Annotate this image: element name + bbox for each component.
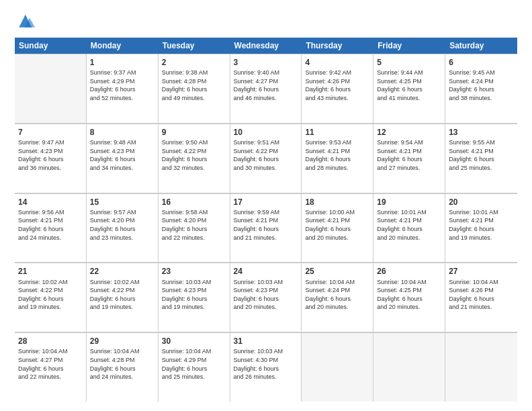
- calendar-cell: 13Sunrise: 9:55 AMSunset: 4:21 PMDayligh…: [445, 124, 517, 193]
- day-header-tuesday: Tuesday: [159, 38, 230, 54]
- day-info: Sunrise: 10:04 AMSunset: 4:28 PMDaylight…: [90, 347, 154, 381]
- calendar-week-5: 28Sunrise: 10:04 AMSunset: 4:27 PMDaylig…: [15, 332, 517, 402]
- day-info: Sunrise: 9:58 AMSunset: 4:20 PMDaylight:…: [162, 208, 226, 242]
- day-info: Sunrise: 9:55 AMSunset: 4:21 PMDaylight:…: [449, 138, 514, 172]
- day-info: Sunrise: 9:48 AMSunset: 4:23 PMDaylight:…: [90, 138, 154, 172]
- day-number: 1: [90, 57, 154, 68]
- day-info: Sunrise: 10:04 AMSunset: 4:26 PMDaylight…: [449, 278, 514, 312]
- calendar-cell: 18Sunrise: 10:00 AMSunset: 4:21 PMDaylig…: [302, 193, 373, 263]
- calendar-cell: 16Sunrise: 9:58 AMSunset: 4:20 PMDayligh…: [159, 193, 230, 263]
- day-number: 24: [234, 266, 298, 277]
- day-header-thursday: Thursday: [302, 38, 373, 54]
- calendar-cell: 21Sunrise: 10:02 AMSunset: 4:22 PMDaylig…: [15, 263, 87, 332]
- day-info: Sunrise: 10:03 AMSunset: 4:30 PMDaylight…: [234, 347, 298, 381]
- day-number: 7: [18, 127, 83, 138]
- day-number: 22: [90, 266, 154, 277]
- day-number: 9: [162, 127, 226, 138]
- day-info: Sunrise: 10:04 AMSunset: 4:25 PMDaylight…: [377, 278, 441, 312]
- day-number: 18: [305, 197, 369, 208]
- calendar-cell: 20Sunrise: 10:01 AMSunset: 4:21 PMDaylig…: [445, 193, 517, 263]
- day-number: 6: [449, 57, 514, 68]
- calendar-cell: 9Sunrise: 9:50 AMSunset: 4:22 PMDaylight…: [159, 124, 230, 193]
- day-number: 30: [162, 336, 226, 347]
- day-info: Sunrise: 9:57 AMSunset: 4:20 PMDaylight:…: [90, 208, 154, 242]
- day-number: 29: [90, 336, 154, 347]
- day-number: 16: [162, 197, 226, 208]
- day-header-wednesday: Wednesday: [230, 38, 302, 54]
- day-number: 25: [305, 266, 369, 277]
- day-number: 19: [377, 197, 441, 208]
- day-info: Sunrise: 10:03 AMSunset: 4:23 PMDaylight…: [234, 278, 298, 312]
- calendar-cell: 8Sunrise: 9:48 AMSunset: 4:23 PMDaylight…: [87, 124, 159, 193]
- calendar-cell: 24Sunrise: 10:03 AMSunset: 4:23 PMDaylig…: [230, 263, 302, 332]
- day-info: Sunrise: 10:02 AMSunset: 4:22 PMDaylight…: [90, 278, 154, 312]
- calendar-cell: 14Sunrise: 9:56 AMSunset: 4:21 PMDayligh…: [15, 193, 87, 263]
- day-info: Sunrise: 10:01 AMSunset: 4:21 PMDaylight…: [449, 208, 514, 242]
- logo-icon: [15, 12, 35, 31]
- calendar-cell: 22Sunrise: 10:02 AMSunset: 4:22 PMDaylig…: [87, 263, 159, 332]
- day-info: Sunrise: 9:51 AMSunset: 4:22 PMDaylight:…: [234, 138, 298, 172]
- day-number: 15: [90, 197, 154, 208]
- day-info: Sunrise: 9:59 AMSunset: 4:21 PMDaylight:…: [234, 208, 298, 242]
- day-header-sunday: Sunday: [15, 38, 87, 54]
- day-number: 26: [377, 266, 441, 277]
- calendar-cell: 11Sunrise: 9:53 AMSunset: 4:21 PMDayligh…: [302, 124, 373, 193]
- day-info: Sunrise: 10:04 AMSunset: 4:27 PMDaylight…: [18, 347, 83, 381]
- day-info: Sunrise: 9:40 AMSunset: 4:27 PMDaylight:…: [234, 68, 298, 102]
- calendar-cell: 3Sunrise: 9:40 AMSunset: 4:27 PMDaylight…: [230, 54, 302, 123]
- logo: [15, 12, 38, 31]
- day-number: 31: [234, 336, 298, 347]
- calendar-cell: 30Sunrise: 10:04 AMSunset: 4:29 PMDaylig…: [159, 332, 230, 402]
- day-number: 2: [162, 57, 226, 68]
- day-info: Sunrise: 9:37 AMSunset: 4:29 PMDaylight:…: [90, 68, 154, 102]
- day-number: 8: [90, 127, 154, 138]
- day-header-saturday: Saturday: [445, 38, 517, 54]
- day-info: Sunrise: 9:53 AMSunset: 4:21 PMDaylight:…: [305, 138, 369, 172]
- calendar-header: SundayMondayTuesdayWednesdayThursdayFrid…: [15, 38, 517, 54]
- day-info: Sunrise: 9:44 AMSunset: 4:25 PMDaylight:…: [377, 68, 441, 102]
- day-number: 3: [234, 57, 298, 68]
- calendar-cell: 1Sunrise: 9:37 AMSunset: 4:29 PMDaylight…: [87, 54, 159, 123]
- calendar: SundayMondayTuesdayWednesdayThursdayFrid…: [15, 38, 517, 402]
- calendar-cell: 12Sunrise: 9:54 AMSunset: 4:21 PMDayligh…: [373, 124, 445, 193]
- day-info: Sunrise: 9:47 AMSunset: 4:23 PMDaylight:…: [18, 138, 83, 172]
- day-number: 4: [305, 57, 369, 68]
- day-info: Sunrise: 10:04 AMSunset: 4:29 PMDaylight…: [162, 347, 226, 381]
- day-header-monday: Monday: [87, 38, 159, 54]
- calendar-cell: 2Sunrise: 9:38 AMSunset: 4:28 PMDaylight…: [159, 54, 230, 123]
- day-number: 28: [18, 336, 83, 347]
- calendar-cell: 5Sunrise: 9:44 AMSunset: 4:25 PMDaylight…: [373, 54, 445, 123]
- calendar-cell: 19Sunrise: 10:01 AMSunset: 4:21 PMDaylig…: [373, 193, 445, 263]
- calendar-week-4: 21Sunrise: 10:02 AMSunset: 4:22 PMDaylig…: [15, 263, 517, 332]
- calendar-cell: 26Sunrise: 10:04 AMSunset: 4:25 PMDaylig…: [373, 263, 445, 332]
- calendar-cell: 28Sunrise: 10:04 AMSunset: 4:27 PMDaylig…: [15, 332, 87, 402]
- calendar-cell: 23Sunrise: 10:03 AMSunset: 4:23 PMDaylig…: [159, 263, 230, 332]
- calendar-week-3: 14Sunrise: 9:56 AMSunset: 4:21 PMDayligh…: [15, 193, 517, 263]
- calendar-cell: 25Sunrise: 10:04 AMSunset: 4:24 PMDaylig…: [302, 263, 373, 332]
- calendar-body: 1Sunrise: 9:37 AMSunset: 4:29 PMDaylight…: [15, 54, 517, 402]
- calendar-cell: [373, 332, 445, 402]
- day-number: 10: [234, 127, 298, 138]
- day-info: Sunrise: 10:01 AMSunset: 4:21 PMDaylight…: [377, 208, 441, 242]
- day-info: Sunrise: 10:00 AMSunset: 4:21 PMDaylight…: [305, 208, 369, 242]
- day-number: 27: [449, 266, 514, 277]
- calendar-cell: 15Sunrise: 9:57 AMSunset: 4:20 PMDayligh…: [87, 193, 159, 263]
- day-info: Sunrise: 10:04 AMSunset: 4:24 PMDaylight…: [305, 278, 369, 312]
- day-number: 17: [234, 197, 298, 208]
- calendar-cell: 29Sunrise: 10:04 AMSunset: 4:28 PMDaylig…: [87, 332, 159, 402]
- day-info: Sunrise: 10:03 AMSunset: 4:23 PMDaylight…: [162, 278, 226, 312]
- day-number: 5: [377, 57, 441, 68]
- day-number: 12: [377, 127, 441, 138]
- calendar-cell: 27Sunrise: 10:04 AMSunset: 4:26 PMDaylig…: [445, 263, 517, 332]
- day-info: Sunrise: 9:50 AMSunset: 4:22 PMDaylight:…: [162, 138, 226, 172]
- calendar-week-1: 1Sunrise: 9:37 AMSunset: 4:29 PMDaylight…: [15, 54, 517, 124]
- day-info: Sunrise: 9:45 AMSunset: 4:24 PMDaylight:…: [449, 68, 514, 102]
- day-number: 14: [18, 197, 83, 208]
- day-info: Sunrise: 9:38 AMSunset: 4:28 PMDaylight:…: [162, 68, 226, 102]
- calendar-cell: 31Sunrise: 10:03 AMSunset: 4:30 PMDaylig…: [230, 332, 302, 402]
- day-number: 23: [162, 266, 226, 277]
- calendar-week-2: 7Sunrise: 9:47 AMSunset: 4:23 PMDaylight…: [15, 124, 517, 193]
- day-number: 11: [305, 127, 369, 138]
- day-number: 13: [449, 127, 514, 138]
- calendar-cell: 10Sunrise: 9:51 AMSunset: 4:22 PMDayligh…: [230, 124, 302, 193]
